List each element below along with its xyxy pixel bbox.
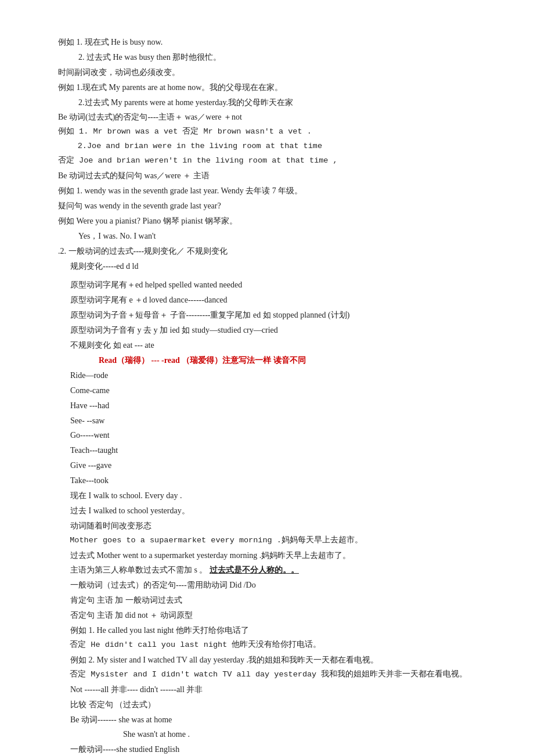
line-l31: 现在 I walk to school. Every day . xyxy=(70,488,488,503)
line-l15: .2. 一般动词的过去式----规则变化／ 不规则变化 xyxy=(58,244,488,259)
line-l21: 不规则变化 如 eat --- ate xyxy=(70,338,488,353)
line-l19: 原型动词为子音＋短母音＋ 子音---------重复字尾加 ed 如 stopp… xyxy=(70,308,488,323)
line-l40: 例如 1. He called you last night 他昨天打给你电话了 xyxy=(70,623,488,638)
line-l11: 例如 1. wendy was in the seventh grade las… xyxy=(58,183,488,199)
line-l4: 例如 1.现在式 My parents are at home now。我的父母… xyxy=(58,80,488,95)
line-l35: 过去式 Mother went to a supermarket yesterd… xyxy=(70,548,488,563)
line-l14: Yes，I was. No. I wan't xyxy=(78,229,488,244)
line-l23: Ride—rode xyxy=(70,368,488,383)
line-l12: 疑问句 was wendy in the seventh grade last … xyxy=(58,199,488,214)
line-l24: Come-came xyxy=(70,383,488,398)
line-l7: 例如 1. Mr brown was a vet 否定 Mr brown was… xyxy=(58,125,488,139)
line-l29: Give ---gave xyxy=(70,458,488,473)
blank-spacer xyxy=(58,273,488,278)
line-l42: 例如 2. My sister and I watched TV all day… xyxy=(70,653,488,668)
line-l37: 一般动词（过去式）的否定句----需用助动词 Did /Do xyxy=(70,578,488,593)
line-l47: She wasn't at home . xyxy=(123,727,488,742)
line-l13: 例如 Were you a pianist? Piano 钢琴 pianist … xyxy=(58,214,488,229)
line-l22: Read（瑞得） --- -read （瑞爱得）注意写法一样 读音不同 xyxy=(99,353,488,368)
line-l41: 否定 He didn't call you last night 他昨天没有给你… xyxy=(70,638,488,653)
line-l10: Be 动词过去式的疑问句 was／were ＋ 主语 xyxy=(58,168,488,183)
line-l46: Be 动词------- she was at home xyxy=(70,712,488,728)
line-l18: 原型动词字尾有 e ＋d loved dance------danced xyxy=(70,293,488,308)
line-l16: 规则变化-----ed d ld xyxy=(70,259,488,274)
line-l38: 肯定句 主语 加 一般动词过去式 xyxy=(70,593,488,608)
line-l34: Mother goes to a supaermarket every morn… xyxy=(70,534,488,548)
line-l45: 比较 否定句 （过去式） xyxy=(70,697,488,712)
line-l36: 主语为第三人称单数过去式不需加 s 。 过去式是不分人称的。。 xyxy=(70,563,488,578)
line-l28: Teach---taught xyxy=(70,443,488,458)
line-l39: 否定句 主语 加 did not ＋ 动词原型 xyxy=(70,608,488,623)
line-l27: Go-----went xyxy=(70,428,488,443)
line-l30: Take---took xyxy=(70,473,488,488)
main-content: 例如 1. 现在式 He is busy now. 2. 过去式 He was … xyxy=(58,35,488,756)
line-l32: 过去 I walked to school yesterday。 xyxy=(70,503,488,519)
line-l48: 一般动词-----she studied English xyxy=(70,742,488,756)
line-l43: 否定 Mysister and I didn't watch TV all da… xyxy=(70,668,488,682)
line-l20: 原型动词为子音有 y 去 y 加 ied 如 study—studied cry… xyxy=(70,323,488,338)
line-l25: Have ---had xyxy=(70,398,488,413)
line-l26: See- --saw xyxy=(70,413,488,429)
line-l6: Be 动词(过去式)的否定句----主语＋ was／were ＋not xyxy=(58,110,488,125)
line-l3: 时间副词改变，动词也必须改变。 xyxy=(58,65,488,80)
line-l1: 例如 1. 现在式 He is busy now. xyxy=(58,35,488,50)
line-l44: Not ------all 并非---- didn't ------all 并非 xyxy=(70,682,488,697)
line-l8: 2.Joe and brian were in the living room … xyxy=(78,139,488,154)
line-l5: 2.过去式 My parents were at home yesterday.… xyxy=(78,95,488,110)
line-l2: 2. 过去式 He was busy then 那时他很忙。 xyxy=(78,50,488,65)
line-l33: 动词随着时间改变形态 xyxy=(70,519,488,534)
line-l17: 原型动词字尾有＋ed helped spelled wanted needed xyxy=(70,278,488,293)
line-l9: 否定 Joe and brian weren't in the living r… xyxy=(58,154,488,168)
emphasis-past-tense: 过去式是不分人称的。。 xyxy=(210,566,299,574)
